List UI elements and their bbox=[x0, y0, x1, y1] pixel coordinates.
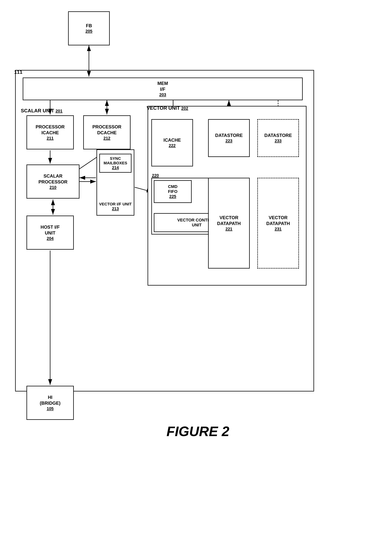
box-fb-205: FB 205 bbox=[68, 11, 110, 45]
sync-mb-ref: 214 bbox=[112, 165, 119, 170]
hi-label1: HI bbox=[48, 394, 52, 400]
hi-ref: 105 bbox=[47, 406, 54, 412]
box-sync-mailboxes-214: SYNC MAILBOXES 214 bbox=[99, 154, 131, 173]
sync-mb-label2: MAILBOXES bbox=[104, 161, 127, 165]
box-scalar-proc-210: SCALAR PROCESSOR 210 bbox=[27, 164, 79, 199]
icache-label: ICACHE bbox=[163, 137, 181, 143]
box-datastore-223: DATASTORE 223 bbox=[208, 119, 250, 157]
vdp231-ref: 231 bbox=[275, 226, 282, 232]
ds233-ref: 233 bbox=[275, 138, 282, 144]
host-if-ref: 204 bbox=[47, 236, 54, 241]
hi-label2: (BRIDGE) bbox=[40, 400, 60, 406]
diagram-container: 111 FB 205 MEM I/F 203 PROCESSOR ICACHE … bbox=[15, 8, 337, 461]
box-proc-icache-211: PROCESSOR ICACHE 211 bbox=[27, 115, 74, 149]
ds223-ref: 223 bbox=[225, 138, 233, 144]
scalar-proc-label1: SCALAR bbox=[44, 173, 62, 179]
box-icache-222: ICACHE 222 bbox=[151, 119, 193, 166]
box-cmd-fifo-225: CMD FIFO 225 bbox=[154, 180, 192, 203]
scalar-proc-label2: PROCESSOR bbox=[38, 179, 67, 185]
ds223-label: DATASTORE bbox=[215, 132, 243, 138]
host-if-label2: UNIT bbox=[45, 230, 55, 236]
box-hi-bridge-105: HI (BRIDGE) 105 bbox=[27, 386, 74, 420]
box-mem-if-203: MEM I/F 203 bbox=[23, 77, 303, 100]
box-vector-dp-221: VECTOR DATAPATH 221 bbox=[208, 178, 250, 269]
box-host-if-204: HOST I/F UNIT 204 bbox=[27, 216, 74, 250]
vector-if-label: VECTOR I/F UNIT 213 bbox=[99, 202, 132, 211]
mem-if-label2: I/F bbox=[160, 86, 165, 92]
vector-if-unit-container: SYNC MAILBOXES 214 VECTOR I/F UNIT 213 bbox=[97, 149, 134, 216]
scalar-unit-label: SCALAR UNIT 201 bbox=[21, 108, 62, 114]
label-220: 220 bbox=[152, 173, 159, 178]
proc-icache-label2: ICACHE bbox=[41, 130, 59, 136]
ds233-label: DATASTORE bbox=[264, 132, 292, 138]
vector-unit-label: VECTOR UNIT 202 bbox=[147, 105, 188, 111]
proc-dcache-label2: DCACHE bbox=[97, 130, 117, 136]
figure-label: FIGURE 2 bbox=[167, 424, 229, 439]
proc-dcache-label1: PROCESSOR bbox=[92, 124, 121, 130]
box-proc-dcache-212: PROCESSOR DCACHE 212 bbox=[83, 115, 131, 149]
scalar-proc-ref: 210 bbox=[49, 185, 57, 190]
host-if-label1: HOST I/F bbox=[40, 224, 60, 230]
mem-if-ref: 203 bbox=[159, 92, 166, 98]
box-datastore-233: DATASTORE 233 bbox=[257, 119, 299, 157]
vdp221-label2: DATAPATH bbox=[217, 221, 241, 226]
proc-icache-label1: PROCESSOR bbox=[36, 124, 65, 130]
vdp231-label1: VECTOR bbox=[269, 215, 288, 221]
vdp221-ref: 221 bbox=[225, 226, 233, 232]
sync-mb-label1: SYNC bbox=[110, 156, 121, 161]
box-vector-dp-231: VECTOR DATAPATH 231 bbox=[257, 178, 299, 269]
fb-ref: 205 bbox=[86, 28, 93, 34]
vdp221-label1: VECTOR bbox=[219, 215, 238, 221]
vdp231-label2: DATAPATH bbox=[266, 221, 290, 226]
proc-icache-ref: 211 bbox=[47, 136, 54, 141]
proc-dcache-ref: 212 bbox=[103, 136, 110, 141]
mem-if-label: MEM bbox=[158, 80, 168, 86]
icache-ref: 222 bbox=[169, 143, 176, 148]
fb-label: FB bbox=[86, 23, 92, 28]
